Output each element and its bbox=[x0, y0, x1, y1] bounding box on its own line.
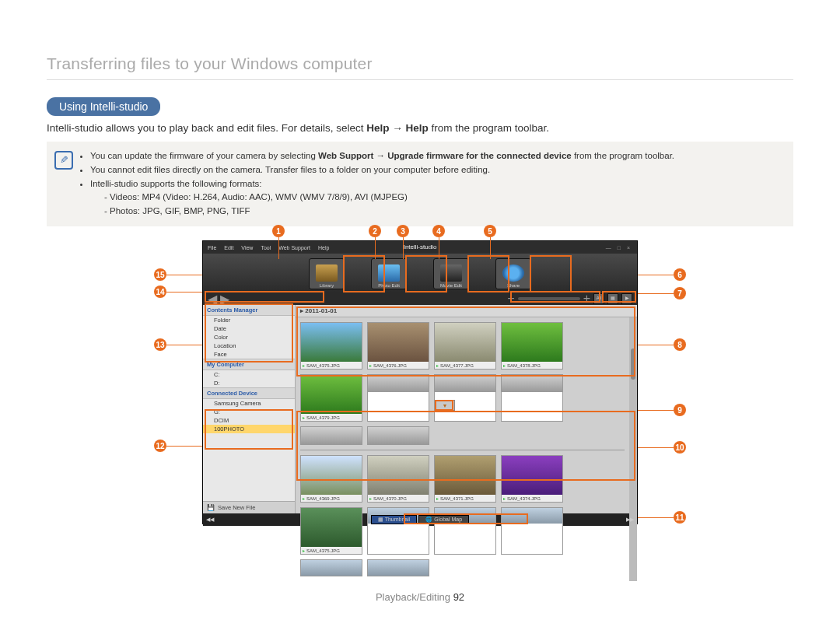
thumbnail-item[interactable] bbox=[501, 507, 563, 555]
sidebar-item-dcim[interactable]: DCIM bbox=[203, 416, 295, 425]
sidebar-item-date[interactable]: Date bbox=[203, 324, 295, 333]
save-new-file-button[interactable]: Save New File bbox=[203, 501, 295, 513]
tool-photo-label: Photo Edit bbox=[378, 283, 400, 288]
note-subitem: Photos: JPG, GIF, BMP, PNG, TIFF bbox=[104, 205, 786, 219]
thumbnail-item[interactable] bbox=[300, 426, 362, 445]
sidebar-item-folder[interactable]: Folder bbox=[203, 316, 295, 324]
thumbnail-item[interactable]: SAM_4377.JPG bbox=[434, 322, 496, 370]
zoom-slider[interactable] bbox=[518, 297, 580, 300]
content-area: ▸ 2011-01-01 SAM_4375.JPGSAM_4376.JPGSAM… bbox=[296, 305, 637, 513]
thumbnail-item[interactable] bbox=[501, 374, 563, 422]
callout-11: 11 bbox=[674, 511, 686, 524]
nav-back-icon[interactable]: ◀ bbox=[208, 292, 217, 306]
filter-all[interactable]: All bbox=[593, 293, 604, 304]
callout-1: 1 bbox=[272, 225, 285, 237]
prev-icon[interactable]: ◀◀ bbox=[203, 517, 217, 523]
sidebar-item-d[interactable]: D: bbox=[203, 379, 295, 388]
sidebar-item-c[interactable]: C: bbox=[203, 370, 295, 379]
thumbnail-item[interactable] bbox=[367, 426, 429, 445]
thumb-caption: SAM_4376.JPG bbox=[368, 362, 429, 369]
callout-12: 12 bbox=[154, 440, 166, 452]
filter-video-icon[interactable]: ▶ bbox=[621, 293, 632, 304]
thumb-caption: SAM_4375.JPG bbox=[301, 362, 362, 369]
menu-help[interactable]: Help bbox=[318, 245, 329, 250]
thumbnail-item[interactable] bbox=[434, 374, 496, 422]
callout-10: 10 bbox=[674, 441, 686, 454]
callout-8: 8 bbox=[674, 338, 686, 351]
callout-6: 6 bbox=[674, 268, 686, 281]
thumbnail-item[interactable] bbox=[367, 559, 429, 576]
thumb-caption: SAM_4378.JPG bbox=[502, 362, 562, 369]
callout-2: 2 bbox=[369, 225, 381, 237]
next-icon[interactable]: ▶▶ bbox=[623, 517, 637, 523]
sidebar-item-g[interactable]: G: bbox=[203, 408, 295, 416]
intro-help2: Help bbox=[406, 122, 429, 134]
intro-prefix: Intelli-studio allows you to play back a… bbox=[47, 122, 366, 134]
annotated-screenshot: 1 2 3 4 5 15 14 13 12 6 7 8 9 10 11 bbox=[171, 240, 669, 524]
window-controls[interactable]: — □ × bbox=[606, 245, 637, 250]
menu-file[interactable]: File bbox=[208, 245, 216, 250]
map-label: Global Map bbox=[434, 517, 462, 522]
menu-edit[interactable]: Edit bbox=[224, 245, 233, 250]
callout-3: 3 bbox=[397, 225, 409, 237]
tool-library-label: Library bbox=[320, 283, 334, 288]
date-header: ▸ 2011-01-01 bbox=[296, 305, 637, 317]
sidebar-item-100photo[interactable]: 100PHOTO bbox=[203, 425, 295, 433]
thumbnail-item[interactable] bbox=[300, 559, 362, 576]
scrollbar[interactable] bbox=[629, 317, 637, 581]
thumbnail-item[interactable]: SAM_4370.JPG bbox=[367, 455, 429, 503]
note1-mid: → bbox=[376, 151, 388, 160]
thumbnail-item[interactable]: SAM_4376.JPG bbox=[367, 322, 429, 370]
sidebar-item-location[interactable]: Location bbox=[203, 342, 295, 350]
thumbnail-item[interactable]: SAM_4378.JPG bbox=[501, 322, 563, 370]
view-map-tab[interactable]: 🌐 Global Map bbox=[418, 515, 469, 524]
tool-movie-edit[interactable]: Movie Edit bbox=[433, 258, 469, 289]
slider-row: ◀ ▶ − + All ▦ ▶ bbox=[203, 292, 637, 305]
sidebar-head-contents[interactable]: Contents Manager bbox=[203, 305, 295, 316]
callout-7: 7 bbox=[674, 287, 686, 299]
sidebar-head-mycomputer[interactable]: My Computer bbox=[203, 359, 295, 370]
tool-library[interactable]: Library bbox=[309, 258, 345, 289]
thumb-label: Thumbnail bbox=[385, 517, 411, 522]
note-item: Intelli-studio supports the following fo… bbox=[90, 177, 786, 219]
menu-web-support[interactable]: Web Support bbox=[278, 245, 310, 250]
thumbnail-item[interactable]: SAM_4371.JPG bbox=[434, 455, 496, 503]
app-logo: Intelli-studio bbox=[404, 243, 437, 250]
app-window: File Edit View Tool Web Support Help — □… bbox=[202, 240, 638, 524]
view-thumbnail-tab[interactable]: ▦ Thumbnail bbox=[371, 515, 418, 524]
thumbnail-item[interactable]: SAM_4375.JPG bbox=[300, 322, 362, 370]
sidebar-item-camera[interactable]: Samsung Camera bbox=[203, 399, 295, 408]
callout-4: 4 bbox=[432, 225, 445, 237]
note-box: You can update the firmware of your came… bbox=[47, 142, 793, 226]
callout-14: 14 bbox=[154, 285, 166, 298]
split-handle-icon[interactable]: ▼ bbox=[435, 400, 455, 411]
sidebar-item-face[interactable]: Face bbox=[203, 350, 295, 359]
thumb-caption: SAM_4375.JPG bbox=[301, 547, 362, 554]
tool-photo-edit[interactable]: Photo Edit bbox=[371, 258, 407, 289]
intro-suffix: from the program toolbar. bbox=[432, 122, 550, 134]
thumbnail-item[interactable]: SAM_4375.JPG bbox=[300, 507, 362, 555]
sidebar-head-connected[interactable]: Connected Device bbox=[203, 388, 295, 399]
thumbnail-item[interactable] bbox=[367, 374, 429, 422]
thumbnail-item[interactable]: SAM_4374.JPG bbox=[501, 455, 563, 503]
callout-15: 15 bbox=[154, 268, 166, 281]
nav-fwd-icon[interactable]: ▶ bbox=[220, 292, 229, 306]
note-subitem: Videos: MP4 (Video: H.264, Audio: AAC), … bbox=[104, 191, 786, 205]
callout-13: 13 bbox=[154, 338, 166, 351]
page-footer: Playback/Editing 92 bbox=[0, 591, 840, 603]
thumbnail-item[interactable]: SAM_4369.JPG bbox=[300, 455, 362, 503]
thumbnail-grid: SAM_4375.JPGSAM_4376.JPGSAM_4377.JPGSAM_… bbox=[296, 317, 629, 581]
filter-photo-icon[interactable]: ▦ bbox=[607, 293, 618, 304]
menu-tool[interactable]: Tool bbox=[261, 245, 271, 250]
tool-share[interactable]: Share bbox=[495, 258, 531, 289]
thumb-caption: SAM_4379.JPG bbox=[301, 414, 362, 421]
menu-view[interactable]: View bbox=[241, 245, 253, 250]
page-heading: Transferring files to your Windows compu… bbox=[47, 54, 793, 80]
note-icon bbox=[54, 151, 73, 170]
intro-arrow: → bbox=[392, 122, 405, 134]
thumbnail-item[interactable]: SAM_4379.JPG bbox=[300, 374, 362, 422]
sidebar-item-color[interactable]: Color bbox=[203, 333, 295, 342]
note1-b1: Web Support bbox=[318, 151, 373, 160]
footer-section: Playback/Editing bbox=[376, 591, 453, 603]
note-item: You can update the firmware of your came… bbox=[90, 149, 786, 163]
